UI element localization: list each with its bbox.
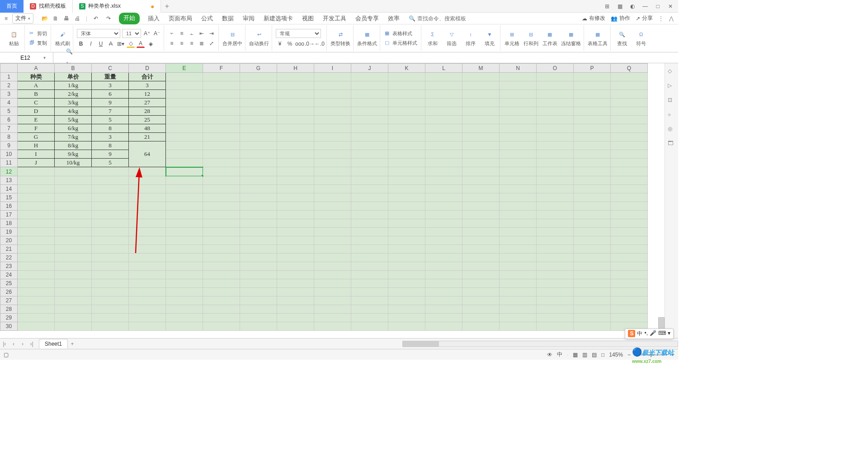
cell[interactable] [277,185,314,193]
cell[interactable] [425,254,462,262]
decrease-font-icon[interactable]: A⁻ [153,29,161,38]
col-header[interactable]: E [166,64,203,73]
tab-document[interactable]: S 种类单价.xlsx ● [73,0,161,13]
percent-icon[interactable]: % [286,40,294,48]
cell[interactable] [500,296,537,305]
cell[interactable] [611,296,648,305]
cell[interactable] [314,90,351,99]
cell[interactable] [500,228,537,236]
cell[interactable] [240,90,277,99]
cell[interactable] [18,236,55,245]
cell[interactable] [611,271,648,279]
row-header[interactable]: 5 [0,107,18,116]
cell[interactable] [314,279,351,288]
cell[interactable] [611,279,648,288]
cell[interactable] [537,279,574,288]
cell[interactable] [351,176,388,185]
cell[interactable] [500,193,537,202]
cell[interactable] [611,124,648,133]
cell[interactable] [166,245,203,254]
cell[interactable] [166,116,203,124]
cell[interactable]: F [18,124,55,133]
cell[interactable]: 5 [92,159,129,167]
thousands-icon[interactable]: ооо [296,40,304,48]
cell[interactable] [240,159,277,167]
cell[interactable] [240,167,277,176]
row-header[interactable]: 4 [0,99,18,107]
cell[interactable] [574,322,611,331]
cell[interactable] [314,288,351,296]
cell[interactable] [351,211,388,219]
cell[interactable] [574,81,611,90]
row-header[interactable]: 8 [0,133,18,141]
cell[interactable] [388,322,425,331]
cell[interactable] [462,262,500,271]
cell[interactable] [425,193,462,202]
menu-tab-0[interactable]: 开始 [119,13,140,24]
cell[interactable] [611,81,648,90]
cell[interactable] [351,219,388,228]
cell[interactable] [240,99,277,107]
cell[interactable] [314,245,351,254]
cell[interactable] [18,185,55,193]
cell[interactable] [537,141,574,150]
cell[interactable] [55,185,92,193]
menu-tab-8[interactable]: 开发工具 [322,13,347,24]
cell[interactable] [425,314,462,322]
cell[interactable] [129,202,166,211]
cell[interactable]: 单价 [55,73,92,81]
table-tools-button[interactable]: ▦表格工具 [588,29,608,47]
cell[interactable] [55,262,92,271]
cell[interactable] [166,262,203,271]
cell[interactable] [18,322,55,331]
cell[interactable] [425,167,462,176]
cell[interactable] [203,228,240,236]
cell[interactable] [129,305,166,314]
cell[interactable] [203,219,240,228]
cell[interactable] [277,271,314,279]
row-header[interactable]: 28 [0,305,18,314]
menu-tab-5[interactable]: 审阅 [242,13,255,24]
cell[interactable] [92,193,129,202]
cell[interactable] [351,185,388,193]
record-macro-icon[interactable]: ▢ [4,352,9,358]
cell[interactable] [55,271,92,279]
cell[interactable] [55,236,92,245]
ime-mic-icon[interactable]: 🎤 [650,330,656,338]
cell[interactable] [240,236,277,245]
cell[interactable] [18,314,55,322]
menu-tab-4[interactable]: 数据 [221,13,235,24]
cell[interactable] [388,133,425,141]
cell[interactable] [500,305,537,314]
cell[interactable] [314,228,351,236]
cell[interactable] [166,211,203,219]
cell[interactable] [425,159,462,167]
cell[interactable] [500,271,537,279]
cell[interactable] [462,107,500,116]
cell[interactable] [92,262,129,271]
cell[interactable] [425,141,462,150]
cell[interactable] [129,314,166,322]
cell[interactable] [462,176,500,185]
row-header[interactable]: 24 [0,271,18,279]
cell[interactable] [18,167,55,176]
cell[interactable]: 5 [92,116,129,124]
row-header[interactable]: 18 [0,219,18,228]
row-header[interactable]: 13 [0,176,18,185]
cell[interactable] [425,73,462,81]
row-header[interactable]: 16 [0,202,18,211]
cell[interactable] [314,167,351,176]
cell[interactable] [425,150,462,159]
redo-icon[interactable]: ↷ [104,14,113,23]
cell[interactable] [500,202,537,211]
cell[interactable]: 27 [129,99,166,107]
row-header[interactable]: 19 [0,228,18,236]
cell[interactable] [462,279,500,288]
cell[interactable] [277,73,314,81]
cell[interactable] [203,254,240,262]
cell[interactable]: 5/kg [55,116,92,124]
cell[interactable] [351,305,388,314]
coop-button[interactable]: 👥协作 [611,14,630,22]
cell[interactable] [166,193,203,202]
cell[interactable] [203,159,240,167]
